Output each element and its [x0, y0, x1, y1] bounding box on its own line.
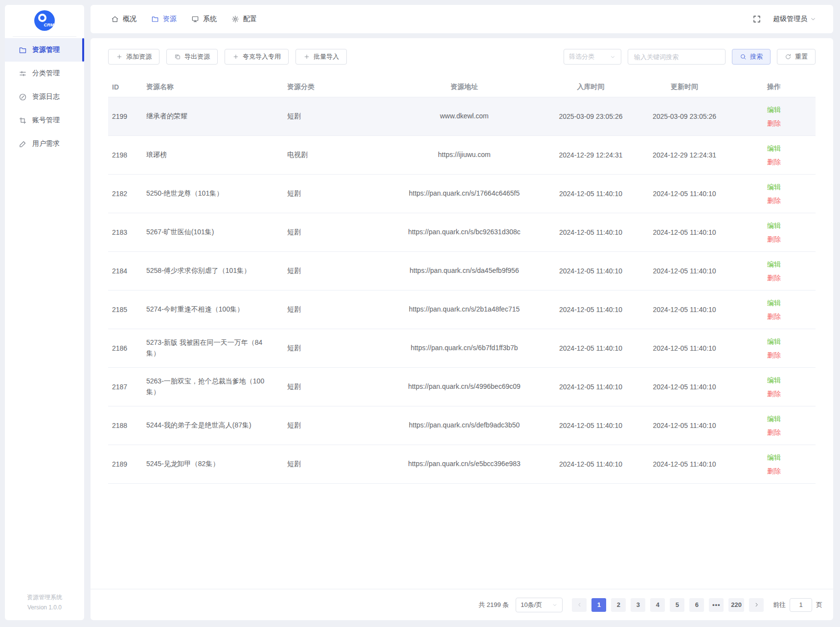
next-page-button[interactable] — [749, 598, 764, 612]
edit-link[interactable]: 编辑 — [736, 219, 812, 232]
plus-icon — [116, 53, 123, 60]
add-resource-button[interactable]: 添加资源 — [108, 49, 159, 65]
delete-link[interactable]: 删除 — [736, 155, 812, 169]
cell-created-time: 2024-12-05 11:40:10 — [545, 445, 636, 483]
plus-icon — [303, 53, 310, 60]
home-icon — [111, 15, 119, 23]
edit-link[interactable]: 编辑 — [736, 103, 812, 116]
goto-page-input[interactable] — [790, 598, 812, 612]
sidebar-item-label: 分类管理 — [32, 69, 60, 78]
resource-url: https://pan.quark.cn/s/6b7fd1ff3b7b — [407, 343, 522, 354]
delete-link[interactable]: 删除 — [736, 194, 812, 207]
sidebar-item-label: 账号管理 — [32, 116, 60, 125]
topnav-tab-system[interactable]: 系统 — [191, 15, 217, 23]
sidebar-item-logs[interactable]: 资源日志 — [5, 85, 84, 109]
sidebar-item-accounts[interactable]: 账号管理 — [5, 109, 84, 132]
crm-logo-icon: CRM — [34, 10, 55, 31]
page-size-value: 10条/页 — [521, 601, 542, 609]
cell-actions: 编辑删除 — [732, 97, 816, 135]
topnav-tab-overview[interactable]: 概况 — [111, 15, 136, 23]
delete-link[interactable]: 删除 — [736, 387, 812, 401]
cell-updated-time: 2024-12-05 11:40:10 — [636, 367, 732, 406]
sidebar-item-categories[interactable]: 分类管理 — [5, 62, 84, 85]
cell-actions: 编辑删除 — [732, 135, 816, 174]
cell-created-time: 2025-03-09 23:05:26 — [545, 97, 636, 135]
cell-updated-time: 2024-12-05 11:40:10 — [636, 406, 732, 445]
topbar: 概况资源系统配置 超级管理员 — [91, 5, 833, 33]
edit-link[interactable]: 编辑 — [736, 257, 812, 271]
page-size-select[interactable]: 10条/页 — [516, 598, 563, 612]
delete-link[interactable]: 删除 — [736, 232, 812, 246]
delete-link[interactable]: 删除 — [736, 310, 812, 323]
reset-button[interactable]: 重置 — [777, 49, 816, 65]
table-header-row: ID资源名称资源分类资源地址入库时间更新时间操作 — [108, 77, 816, 97]
edit-circle-icon — [19, 93, 27, 101]
page-button-220[interactable]: 220 — [728, 598, 744, 612]
topnav-tab-resources[interactable]: 资源 — [151, 15, 177, 23]
table-row: 21865273-新版 我被困在同一天一万年（84集）短剧https://pan… — [108, 329, 816, 367]
edit-link[interactable]: 编辑 — [736, 373, 812, 387]
cell-created-time: 2024-12-05 11:40:10 — [545, 406, 636, 445]
table-row: 21895245-见龙卸甲（82集）短剧https://pan.quark.cn… — [108, 445, 816, 483]
chevron-left-icon — [576, 602, 583, 608]
export-resource-button[interactable]: 导出资源 — [166, 49, 218, 65]
page-button-1[interactable]: 1 — [591, 598, 606, 612]
page-button-2[interactable]: 2 — [611, 598, 626, 612]
crop-icon — [19, 116, 27, 125]
user-menu[interactable]: 超级管理员 — [773, 15, 817, 23]
table-row: 21875263-一胎双宝，抢个总裁当爹地（100集）短剧https://pan… — [108, 367, 816, 406]
cell-name: 5267-旷世医仙(101集) — [142, 213, 283, 251]
total-count: 共 2199 条 — [478, 601, 509, 609]
resource-url: https://pan.quark.cn/s/2b1a48fec715 — [407, 304, 522, 315]
cell-actions: 编辑删除 — [732, 213, 816, 251]
page-button-3[interactable]: 3 — [631, 598, 645, 612]
cell-name: 5274-今时重逢不相逢（100集） — [142, 290, 283, 329]
pager-more-button[interactable]: ••• — [709, 598, 724, 612]
batch-import-button[interactable]: 批量导入 — [295, 49, 347, 65]
topnav-tab-config[interactable]: 配置 — [231, 15, 257, 23]
chevron-down-icon — [610, 54, 616, 60]
delete-link[interactable]: 删除 — [736, 348, 812, 362]
delete-link[interactable]: 删除 — [736, 116, 812, 130]
user-name: 超级管理员 — [773, 15, 807, 23]
edit-link[interactable]: 编辑 — [736, 335, 812, 348]
cell-category: 短剧 — [283, 367, 384, 406]
sidebar-item-resources[interactable]: 资源管理 — [5, 38, 84, 62]
sidebar-item-demands[interactable]: 用户需求 — [5, 132, 84, 156]
table-body: 2199继承者的荣耀短剧www.dkewl.com2025-03-09 23:0… — [108, 97, 816, 483]
edit-link[interactable]: 编辑 — [736, 180, 812, 194]
resource-url: https://pan.quark.cn/s/da45efb9f956 — [407, 266, 522, 276]
category-filter-select[interactable]: 筛选分类 — [564, 49, 621, 65]
cell-id: 2188 — [108, 406, 142, 445]
goto-page: 前往 页 — [773, 598, 822, 612]
cell-created-time: 2024-12-05 11:40:10 — [545, 174, 636, 213]
chevron-down-icon — [810, 16, 817, 22]
table-row: 21855274-今时重逢不相逢（100集）短剧https://pan.quar… — [108, 290, 816, 329]
edit-link[interactable]: 编辑 — [736, 296, 812, 310]
page-button-5[interactable]: 5 — [670, 598, 684, 612]
content-panel: 添加资源 导出资源 夸克导入专用 批量导入 筛选分类 搜 — [91, 38, 833, 620]
cell-created-time: 2024-12-05 11:40:10 — [545, 213, 636, 251]
system-version: Version 1.0.0 — [5, 603, 84, 612]
refresh-icon — [785, 53, 792, 60]
page-button-6[interactable]: 6 — [689, 598, 704, 612]
delete-link[interactable]: 删除 — [736, 425, 812, 439]
keyword-search-input[interactable] — [628, 49, 726, 65]
delete-link[interactable]: 删除 — [736, 271, 812, 285]
cell-category: 短剧 — [283, 290, 384, 329]
delete-link[interactable]: 删除 — [736, 464, 812, 478]
edit-link[interactable]: 编辑 — [736, 412, 812, 425]
fullscreen-icon[interactable] — [752, 15, 761, 23]
edit-link[interactable]: 编辑 — [736, 141, 812, 155]
quark-import-button[interactable]: 夸克导入专用 — [225, 49, 289, 65]
toolbar: 添加资源 导出资源 夸克导入专用 批量导入 筛选分类 搜 — [108, 49, 816, 65]
cell-created-time: 2024-12-05 11:40:10 — [545, 329, 636, 367]
column-header: 更新时间 — [636, 77, 732, 97]
sidebar-item-label: 资源管理 — [32, 45, 60, 54]
prev-page-button[interactable] — [572, 598, 587, 612]
search-button[interactable]: 搜索 — [732, 49, 771, 65]
cell-category: 短剧 — [283, 251, 384, 290]
goto-label: 前往 — [773, 601, 786, 609]
page-button-4[interactable]: 4 — [650, 598, 665, 612]
edit-link[interactable]: 编辑 — [736, 450, 812, 464]
